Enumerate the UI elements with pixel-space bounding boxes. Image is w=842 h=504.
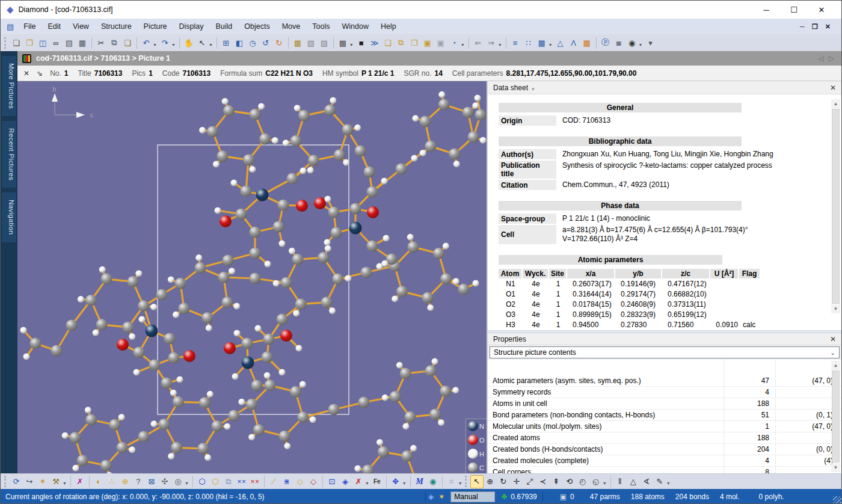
print-button[interactable]: ▦ xyxy=(76,36,89,49)
animate-b-dropdown-icon[interactable]: ▼ xyxy=(603,481,607,485)
polyhedron-open-button[interactable]: ◇ xyxy=(293,475,307,488)
menu-picture[interactable]: Picture xyxy=(138,20,173,33)
properties-row[interactable]: Bond parameters (non-bonding contacts, H… xyxy=(488,410,841,421)
measure-angle-button[interactable]: △ xyxy=(627,475,640,488)
mdi-close-button[interactable]: ✕ xyxy=(825,23,831,31)
structure-wizard-button[interactable]: ✶ xyxy=(36,475,49,488)
select-pointer-button[interactable]: ↖ xyxy=(195,36,209,49)
grid-options-button[interactable]: ▩ xyxy=(336,36,349,49)
maximize-button[interactable]: ☐ xyxy=(780,1,808,19)
properties-row[interactable]: Atomic parameters (asym. sites, sym.eq. … xyxy=(488,375,841,387)
new-picture-button[interactable]: ❏ xyxy=(381,36,395,49)
select-pointer-dropdown-icon[interactable]: ▼ xyxy=(209,43,213,47)
export-data-button[interactable]: ↪ xyxy=(23,475,36,488)
properties-scrollbar[interactable]: ▲▼ xyxy=(831,361,840,472)
sidebar-tab-more-pictures[interactable]: More Pictures xyxy=(2,56,16,116)
document-icon[interactable]: ▤ xyxy=(7,22,14,31)
nav-forward-dropdown-icon[interactable]: ▼ xyxy=(498,43,502,47)
frame-grid-button[interactable]: ⌗ xyxy=(445,475,458,488)
menu-move[interactable]: Move xyxy=(276,20,307,33)
rebuild-button[interactable]: ⚒ xyxy=(49,475,63,488)
properties-row[interactable]: Atoms in unit cell188 xyxy=(488,398,841,410)
powder-pattern-button[interactable]: Ⓟ xyxy=(599,36,612,49)
atom-design-button[interactable]: ◎ xyxy=(171,475,185,488)
copy-picture-button[interactable]: ⧉ xyxy=(395,36,408,49)
toolbar-grip[interactable] xyxy=(4,37,7,49)
scheduler-dropdown-icon[interactable]: ▼ xyxy=(461,43,465,47)
redo-button[interactable]: ↷ xyxy=(158,36,171,49)
next-picture-icon[interactable]: ▷ xyxy=(829,54,834,63)
refresh-button[interactable]: ↻ xyxy=(272,36,286,49)
add-atoms-button[interactable]: ∴ xyxy=(105,475,118,488)
zoom-mode-button[interactable]: ⤢ xyxy=(523,475,536,488)
menu-edit[interactable]: Edit xyxy=(41,20,67,33)
open-file-button[interactable]: ❐ xyxy=(23,36,36,49)
close-infobar-icon[interactable]: ✕ xyxy=(23,69,29,78)
table-copy-button[interactable]: ▨ xyxy=(318,36,331,49)
menu-display[interactable]: Display xyxy=(173,20,210,33)
animate-b-button[interactable]: ◵ xyxy=(589,475,603,488)
paste-button[interactable]: ❑ xyxy=(121,36,134,49)
coordination-yellow-button[interactable]: ⬡ xyxy=(209,475,222,488)
scroll-down-icon[interactable]: ▼ xyxy=(831,304,840,313)
structure-3d-view[interactable]: b c NOHC xyxy=(17,81,487,473)
menu-structure[interactable]: Structure xyxy=(95,20,138,33)
cell-box-button[interactable]: ⊡ xyxy=(325,475,339,488)
wizard-icon[interactable]: ✶ xyxy=(438,493,444,501)
mode-indicator[interactable]: Manual xyxy=(450,491,495,502)
contacts-blue-button[interactable]: ✕✕ xyxy=(235,475,248,488)
menu-file[interactable]: File xyxy=(17,20,41,33)
pan-view-dropdown-icon[interactable]: ▼ xyxy=(402,481,407,485)
view-document-button[interactable]: ≡ xyxy=(509,36,522,49)
close-button[interactable]: ✕ xyxy=(808,1,835,19)
camera-icon[interactable]: ▣ xyxy=(560,493,567,501)
scroll-thumb[interactable] xyxy=(832,370,840,463)
redo-dropdown-icon[interactable]: ▼ xyxy=(171,43,176,47)
cell-edges-button[interactable]: ⊠ xyxy=(145,475,158,488)
menu-objects[interactable]: Objects xyxy=(238,20,275,33)
tile-view-button[interactable]: ◧ xyxy=(233,36,246,49)
view-top-button[interactable]: ⇞ xyxy=(550,475,563,488)
element-fe-button[interactable]: Fe xyxy=(370,475,384,488)
spin-mode-button[interactable]: ⟲ xyxy=(563,475,576,488)
mdi-minimize-button[interactable]: ─ xyxy=(800,23,805,31)
scroll-up-icon[interactable]: ▲ xyxy=(831,99,840,108)
add-atom-button[interactable]: ⊕ xyxy=(118,475,132,488)
scheduler-button[interactable]: ◔ xyxy=(447,36,461,49)
breadcrumb[interactable]: cod-7106313.cif > 7106313 > Picture 1 xyxy=(36,54,170,63)
render-globe-button[interactable]: ◉ xyxy=(426,475,440,488)
fill-cell-button[interactable]: ◐ xyxy=(92,475,105,488)
toolbar-options-button[interactable]: ▾ xyxy=(644,36,657,49)
view-properties-button[interactable]: ∷ xyxy=(522,36,535,49)
scroll-thumb[interactable] xyxy=(832,109,840,304)
destroy-button[interactable]: ✗ xyxy=(73,475,87,488)
coordination-blue-button[interactable]: ⬡ xyxy=(195,475,209,488)
tilt-mode-button[interactable]: ≺ xyxy=(536,475,550,488)
view-table-dropdown-icon[interactable]: ▼ xyxy=(549,43,553,47)
menu-build[interactable]: Build xyxy=(210,20,239,33)
pan-hand-button[interactable]: ✋ xyxy=(182,36,195,49)
picture-b-button[interactable]: ▣ xyxy=(434,36,447,49)
mode-grip[interactable] xyxy=(465,476,467,487)
contacts-red-button[interactable]: ✕✕ xyxy=(248,475,262,488)
packing-button[interactable]: ✣ xyxy=(158,475,171,488)
drop-structure-icon[interactable]: ◈ xyxy=(428,493,434,501)
scroll-up-icon[interactable]: ▲ xyxy=(831,361,840,370)
print-preview-button[interactable]: ▤ xyxy=(63,36,76,49)
panel-pin-icon[interactable]: ▾ xyxy=(532,86,535,92)
view-table-button[interactable]: ▦ xyxy=(535,36,549,49)
polyhedron-red-button[interactable]: ◇ xyxy=(307,475,320,488)
copy-button[interactable]: ⧉ xyxy=(108,36,121,49)
create-bond-button[interactable]: ⟋ xyxy=(267,475,280,488)
sidebar-tab-navigation[interactable]: Navigation xyxy=(2,192,16,242)
remove-items-dropdown-icon[interactable]: ▼ xyxy=(365,481,369,485)
properties-row[interactable]: Molecular units (mol./polym. sites)1(47,… xyxy=(488,421,841,432)
cut-button[interactable]: ✂ xyxy=(94,36,108,49)
frame-grid-dropdown-icon[interactable]: ▼ xyxy=(458,481,462,485)
translate-mode-button[interactable]: ✛ xyxy=(510,475,523,488)
prev-picture-icon[interactable]: ◁ xyxy=(819,54,824,63)
history-button[interactable]: ◷ xyxy=(246,36,259,49)
slide-show-button[interactable]: ■ xyxy=(355,36,368,49)
table-edit-button[interactable]: ▧ xyxy=(304,36,318,49)
rotate-z-button[interactable]: ↻ xyxy=(497,475,510,488)
